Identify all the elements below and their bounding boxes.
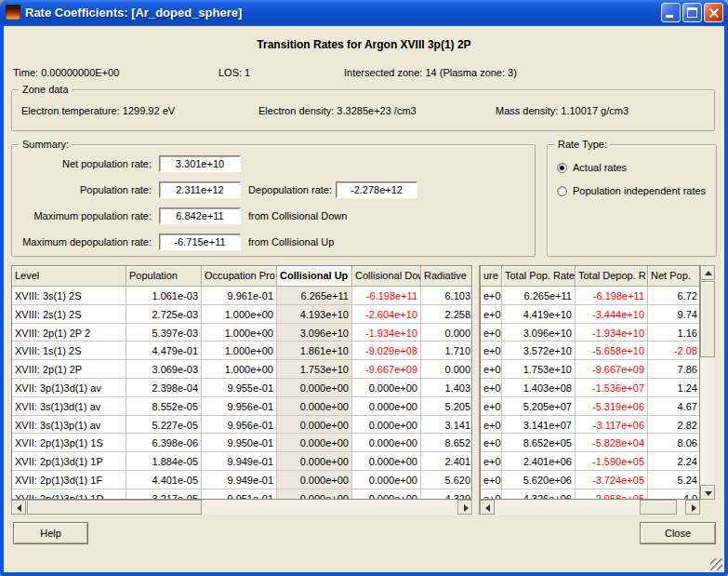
cell-coll_down: -1.934e+10 [352, 324, 421, 342]
table-row[interactable]: XVIII: 3s(1) 2S1.061e-039.961e-016.265e+… [12, 287, 471, 305]
close-window-button[interactable] [704, 3, 723, 22]
table-row[interactable]: XVIII: 2p(1) 2P 25.397e-031.000e+003.096… [12, 324, 471, 342]
cell-total_pop: 8.652e+05 [502, 434, 576, 452]
table-row[interactable]: XVII: 2p(1)3d(1) 1F4.401e-059.949e-010.0… [12, 471, 471, 489]
scroll-left-arrow-right-pane[interactable] [480, 500, 495, 515]
table-row[interactable]: XVIII: 2p(1) 2P3.069e-031.000e+001.753e+… [12, 360, 471, 379]
cell-capture: e+00 [481, 287, 502, 305]
horizontal-scrollbar-right[interactable] [480, 500, 700, 515]
max-population-rate-field[interactable]: 6.842e+11 [159, 208, 241, 224]
cell-population: 5.397e-03 [126, 324, 202, 342]
hscroll-thumb-right[interactable] [640, 500, 677, 515]
column-header-total_depop[interactable]: Total Depop. R [576, 266, 648, 287]
cell-occupation: 9.956e-01 [202, 397, 277, 416]
cell-total_depop: -6.198e+11 [576, 287, 648, 305]
column-header-coll_down[interactable]: Collisional Down [352, 266, 421, 287]
cell-population: 8.552e-05 [126, 397, 202, 416]
cell-coll_up: 0.000e+00 [277, 471, 352, 489]
radio-option-1[interactable]: Population independent rates [557, 184, 706, 197]
table-row[interactable]: XVIII: 2s(1) 2S2.725e-031.000e+004.193e+… [12, 305, 471, 324]
net-population-rate-label: Net population rate: [12, 155, 152, 169]
table-row[interactable]: XVII: 2p(1)3p(1) 1S6.398e-069.950e-010.0… [12, 434, 471, 452]
cell-occupation: 9.949e-01 [202, 452, 277, 471]
column-header-radiative[interactable]: Radiative [421, 266, 472, 287]
column-header-total_pop[interactable]: Total Pop. Rate [502, 266, 576, 287]
column-header-capture[interactable]: ure [481, 266, 502, 287]
cell-level: XVIII: 2p(1) 2P 2 [12, 324, 126, 342]
column-header-occupation[interactable]: Occupation Pro [202, 266, 277, 287]
resize-grip[interactable] [710, 558, 722, 570]
page-title: Transition Rates for Argon XVIII 3p(1) 2… [4, 38, 724, 51]
table-row[interactable]: e+001.403e+08-1.536e+071.24 [481, 379, 699, 397]
close-button[interactable]: Close [640, 522, 716, 544]
vscroll-thumb[interactable] [700, 281, 715, 357]
cell-total_depop: -5.319e+06 [576, 397, 648, 416]
net-population-rate-field[interactable]: 3.301e+10 [159, 155, 241, 172]
cell-level: XVIII: 2s(1) 2S [12, 305, 126, 324]
cell-net_pop: 7.86 [648, 360, 699, 379]
table-row[interactable]: XVII: 3s(1)3d(1) av8.552e-059.956e-010.0… [12, 397, 471, 416]
cell-total_depop: -3.117e+06 [576, 416, 648, 435]
vertical-scrollbar[interactable] [700, 265, 715, 500]
population-rate-field[interactable]: 2.311e+12 [159, 181, 241, 198]
max-depopulation-rate-field[interactable]: -6.715e+11 [159, 234, 241, 250]
cell-total_pop: 4.419e+10 [502, 305, 576, 324]
table-row[interactable]: e+004.419e+10-3.444e+109.74 [481, 305, 699, 324]
cell-coll_up: 0.000e+00 [277, 379, 352, 397]
cell-population: 3.069e-03 [126, 360, 202, 379]
table-row[interactable]: e+003.096e+10-1.934e+101.16 [481, 324, 699, 342]
cell-net_pop: 8.06 [648, 434, 699, 452]
table-row[interactable]: e+006.265e+11-6.198e+116.72 [481, 287, 699, 305]
table-row[interactable]: XVII: 2p(1)3d(1) 1P1.884e-059.949e-010.0… [12, 452, 471, 471]
table-row[interactable]: e+002.401e+06-1.590e+052.24 [481, 452, 699, 471]
table-row[interactable]: e+005.205e+07-5.319e+064.67 [481, 397, 699, 416]
scroll-up-arrow[interactable] [700, 265, 715, 280]
cell-radiative: 4.329 [421, 489, 471, 500]
table-row[interactable]: XVIII: 1s(1) 2S4.479e-011.000e+001.861e+… [12, 342, 471, 360]
scroll-down-arrow[interactable] [700, 485, 715, 500]
table-row[interactable]: e+005.620e+06-3.724e+055.24 [481, 471, 699, 489]
table-row[interactable]: XVII: 2p(1)3p(1) 1D3.217e-059.951e-010.0… [12, 489, 471, 500]
cell-net_pop: 1.16 [648, 324, 699, 342]
table-row[interactable]: e+003.141e+07-3.117e+062.82 [481, 416, 699, 435]
column-header-coll_up[interactable]: Collisional Up [277, 266, 352, 287]
cell-total_pop: 5.620e+06 [502, 471, 576, 489]
table-row[interactable]: XVII: 3s(1)3p(1) av5.227e-059.956e-010.0… [12, 416, 471, 435]
column-header-net_pop[interactable]: Net Pop. [648, 266, 700, 287]
table-row[interactable]: e+004.326e+06-2.958e+054.0 [481, 489, 699, 500]
hscroll-thumb-left[interactable] [27, 500, 202, 515]
cell-occupation: 1.000e+00 [202, 324, 277, 342]
titlebar[interactable]: Rate Coefficients: [Ar_doped_sphere] [0, 0, 728, 26]
cell-coll_down: -9.029e+08 [352, 342, 421, 360]
cell-capture: e+00 [481, 416, 502, 435]
minimize-button[interactable] [661, 3, 681, 22]
scroll-left-arrow[interactable] [11, 500, 26, 515]
scroll-right-arrow-right-pane[interactable] [685, 500, 700, 515]
cell-coll_down: 0.000e+00 [352, 379, 421, 397]
electron-temperature-label: Electron temperature: 1299.92 eV [21, 105, 175, 116]
table-row[interactable]: e+008.652e+05-5.828e+048.06 [481, 434, 699, 452]
radio-option-0[interactable]: Actual rates [557, 161, 627, 174]
cell-radiative: 3.141 [421, 416, 471, 435]
cell-occupation: 9.961e-01 [202, 287, 277, 305]
help-button[interactable]: Help [13, 522, 88, 544]
maximize-button[interactable] [682, 3, 702, 22]
table-row[interactable]: e+001.753e+10-9.667e+097.86 [481, 360, 699, 379]
cell-population: 1.061e-03 [126, 287, 202, 305]
cell-occupation: 9.949e-01 [202, 471, 277, 489]
horizontal-scrollbar-left[interactable] [11, 500, 472, 515]
cell-occupation: 9.950e-01 [202, 434, 277, 452]
pane-splitter[interactable] [472, 265, 480, 515]
depopulation-rate-field[interactable]: -2.278e+12 [336, 181, 417, 198]
cell-coll_down: 0.000e+00 [352, 434, 421, 452]
cell-occupation: 9.955e-01 [202, 379, 277, 397]
scroll-right-arrow[interactable] [457, 500, 472, 515]
table-row[interactable]: e+003.572e+10-5.658e+10-2.08 [481, 342, 699, 360]
cell-capture: e+00 [481, 489, 502, 500]
column-header-population[interactable]: Population [126, 266, 202, 287]
cell-population: 2.398e-04 [126, 379, 202, 397]
column-header-level[interactable]: Level [12, 266, 126, 287]
cell-level: XVIII: 1s(1) 2S [12, 342, 126, 360]
cell-level: XVII: 2p(1)3p(1) 1S [12, 434, 126, 452]
table-row[interactable]: XVII: 3p(1)3d(1) av2.398e-049.955e-010.0… [12, 379, 471, 397]
